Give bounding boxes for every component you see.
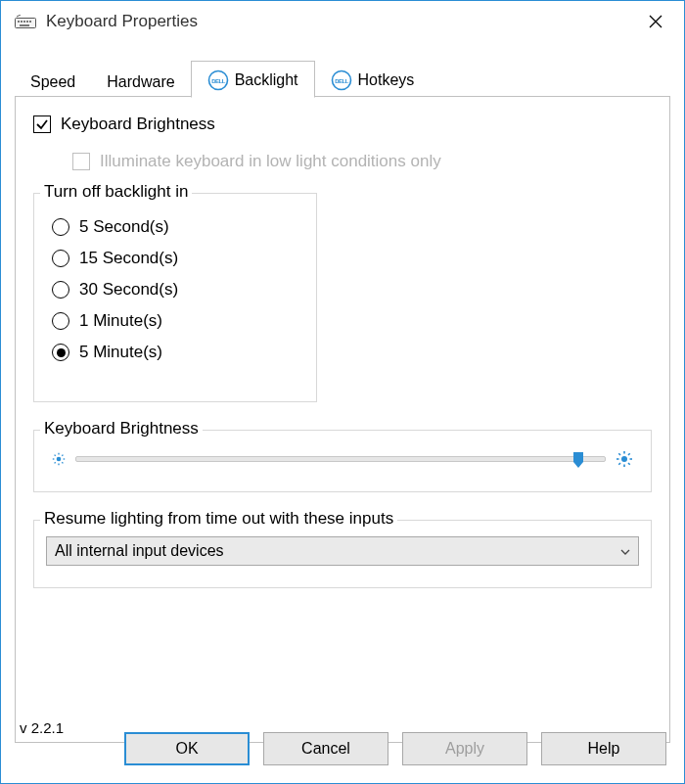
tab-label: Hotkeys bbox=[358, 71, 415, 89]
groupbox-keyboard-brightness-slider: Keyboard Brightness bbox=[33, 430, 652, 492]
radio-15-seconds[interactable]: 15 Second(s) bbox=[52, 249, 298, 268]
svg-rect-2 bbox=[18, 21, 20, 23]
help-button[interactable]: Help bbox=[541, 732, 666, 765]
svg-text:DELL: DELL bbox=[335, 78, 349, 84]
radio-icon bbox=[52, 281, 69, 299]
resume-input-dropdown[interactable]: All internal input devices bbox=[46, 536, 639, 566]
tab-label: Hardware bbox=[107, 73, 174, 91]
checkbox-label: Illuminate keyboard in low light conditi… bbox=[100, 152, 441, 171]
tab-label: Backlight bbox=[235, 71, 298, 89]
tab-backlight[interactable]: DELL Backlight bbox=[191, 61, 315, 98]
svg-line-20 bbox=[62, 462, 63, 463]
window-title: Keyboard Properties bbox=[46, 12, 633, 31]
svg-line-29 bbox=[628, 463, 630, 465]
keyboard-icon bbox=[15, 15, 36, 28]
groupbox-turn-off-backlight: Turn off backlight in 5 Second(s) 15 Sec… bbox=[33, 193, 317, 402]
radio-icon bbox=[52, 344, 69, 361]
tab-label: Speed bbox=[30, 73, 75, 91]
radio-label: 30 Second(s) bbox=[79, 280, 178, 300]
button-label: Help bbox=[588, 740, 620, 758]
version-label: v 2.2.1 bbox=[20, 719, 64, 736]
apply-button: Apply bbox=[402, 732, 527, 765]
svg-line-31 bbox=[618, 463, 620, 465]
svg-point-14 bbox=[57, 457, 62, 462]
brightness-low-icon bbox=[52, 452, 66, 466]
svg-line-22 bbox=[55, 462, 56, 463]
svg-line-30 bbox=[628, 453, 630, 455]
svg-line-21 bbox=[62, 455, 63, 456]
groupbox-legend: Resume lighting from time out with these… bbox=[40, 509, 397, 529]
titlebar: Keyboard Properties bbox=[1, 1, 684, 42]
groupbox-legend: Turn off backlight in bbox=[40, 182, 192, 202]
dialog-button-row: OK Cancel Apply Help bbox=[124, 732, 666, 765]
checkbox-box-icon bbox=[72, 153, 90, 170]
chevron-down-icon bbox=[620, 545, 630, 557]
dell-icon: DELL bbox=[331, 69, 352, 91]
checkbox-low-light: Illuminate keyboard in low light conditi… bbox=[72, 152, 652, 171]
slider-thumb-icon bbox=[572, 451, 584, 469]
svg-rect-5 bbox=[26, 21, 28, 23]
radio-label: 5 Minute(s) bbox=[79, 343, 162, 362]
radio-icon bbox=[52, 312, 69, 330]
svg-rect-3 bbox=[21, 21, 23, 23]
close-button[interactable] bbox=[633, 6, 678, 37]
brightness-slider[interactable] bbox=[75, 456, 606, 462]
button-label: Apply bbox=[445, 740, 484, 758]
radio-icon bbox=[52, 250, 69, 267]
close-icon bbox=[649, 15, 662, 28]
groupbox-legend: Keyboard Brightness bbox=[40, 419, 203, 438]
dell-icon: DELL bbox=[207, 69, 229, 91]
tab-hotkeys[interactable]: DELL Hotkeys bbox=[315, 64, 431, 97]
tab-panel-backlight: Keyboard Brightness Illuminate keyboard … bbox=[15, 97, 670, 743]
tab-hardware[interactable]: Hardware bbox=[91, 68, 190, 97]
radio-5-seconds[interactable]: 5 Second(s) bbox=[52, 217, 298, 237]
tab-strip: Speed Hardware DELL Backlight DELL Hotke… bbox=[15, 60, 670, 97]
checkbox-box-icon bbox=[33, 115, 51, 133]
svg-line-19 bbox=[55, 455, 56, 456]
checkbox-label: Keyboard Brightness bbox=[61, 115, 215, 134]
radio-1-minute[interactable]: 1 Minute(s) bbox=[52, 311, 298, 331]
radio-icon bbox=[52, 218, 69, 236]
brightness-high-icon bbox=[616, 450, 633, 468]
cancel-button[interactable]: Cancel bbox=[263, 732, 388, 765]
svg-rect-6 bbox=[29, 21, 31, 23]
checkbox-keyboard-brightness[interactable]: Keyboard Brightness bbox=[33, 115, 652, 134]
radio-5-minutes[interactable]: 5 Minute(s) bbox=[52, 343, 298, 362]
radio-label: 15 Second(s) bbox=[79, 249, 178, 268]
radio-label: 1 Minute(s) bbox=[79, 311, 162, 331]
svg-point-23 bbox=[621, 456, 627, 462]
svg-line-28 bbox=[618, 453, 620, 455]
tab-speed[interactable]: Speed bbox=[15, 68, 91, 97]
svg-line-1 bbox=[17, 15, 21, 17]
dropdown-value: All internal input devices bbox=[55, 542, 224, 560]
svg-rect-4 bbox=[23, 21, 25, 23]
svg-rect-7 bbox=[20, 24, 29, 26]
groupbox-resume-lighting: Resume lighting from time out with these… bbox=[33, 520, 652, 588]
button-label: OK bbox=[175, 740, 198, 758]
radio-label: 5 Second(s) bbox=[79, 217, 169, 237]
svg-text:DELL: DELL bbox=[211, 78, 226, 84]
radio-30-seconds[interactable]: 30 Second(s) bbox=[52, 280, 298, 300]
button-label: Cancel bbox=[301, 740, 350, 758]
ok-button[interactable]: OK bbox=[124, 732, 250, 765]
